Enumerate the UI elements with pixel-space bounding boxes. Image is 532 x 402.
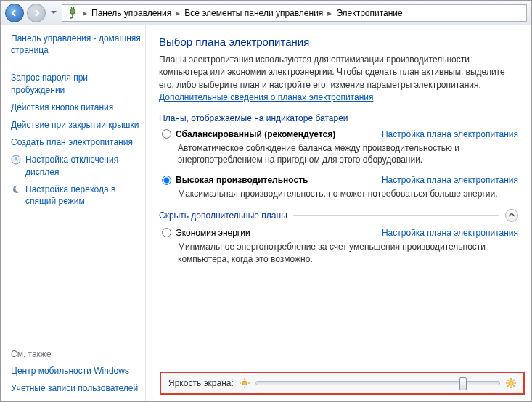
history-dropdown[interactable]	[49, 4, 59, 22]
svg-line-14	[507, 380, 509, 381]
sidebar-sleep-mode[interactable]: Настройка перехода в спящий режим	[25, 184, 144, 207]
plan-balanced-desc: Автоматическое соблюдение баланса между …	[178, 142, 518, 167]
arrow-right-icon	[32, 9, 41, 17]
plan-high-name: Высокая производительность	[176, 175, 308, 185]
breadcrumb-leaf[interactable]: Электропитание	[336, 8, 402, 18]
sidebar-home[interactable]: Панель управления - домашняя страница	[11, 33, 144, 56]
plan-saver-radio-label[interactable]: Экономия энергии	[162, 228, 250, 238]
sidebar-accounts[interactable]: Учетные записи пользователей	[11, 382, 144, 394]
power-plug-icon	[67, 7, 78, 19]
intro-text: Планы электропитания используются для оп…	[159, 54, 518, 104]
svg-point-4	[242, 381, 247, 385]
forward-button[interactable]	[27, 4, 46, 22]
svg-line-16	[507, 385, 509, 387]
sun-dim-icon	[240, 378, 250, 388]
intro-link[interactable]: Дополнительные сведения о планах электро…	[159, 92, 373, 102]
hide-plans-label: Скрыть дополнительные планы	[159, 210, 287, 221]
chevron-up-icon	[509, 213, 515, 217]
sun-bright-icon	[506, 378, 516, 388]
battery-plans-header: Планы, отображаемые на индикаторе батаре…	[159, 113, 518, 123]
plan-saver-desc: Минимальное энергопотребление за счет ум…	[178, 241, 518, 266]
plan-balanced-name: Сбалансированный (рекомендуется)	[176, 129, 335, 139]
moon-icon	[11, 184, 21, 194]
main: Панель управления - домашняя страница За…	[1, 25, 531, 401]
content: Выбор плана электропитания Планы электро…	[146, 25, 531, 401]
collapse-button[interactable]	[505, 209, 518, 222]
brightness-thumb[interactable]	[459, 377, 467, 390]
sidebar: Панель управления - домашняя страница За…	[1, 25, 146, 401]
breadcrumb-mid[interactable]: Все элементы панели управления	[184, 8, 323, 18]
back-button[interactable]	[5, 4, 24, 22]
plan-balanced-radio-label[interactable]: Сбалансированный (рекомендуется)	[162, 129, 335, 139]
brightness-label: Яркость экрана:	[168, 378, 234, 388]
brightness-slider[interactable]	[255, 381, 500, 385]
plan-balanced: Сбалансированный (рекомендуется) Настрой…	[162, 129, 518, 167]
sidebar-power-buttons[interactable]: Действия кнопок питания	[11, 102, 144, 113]
see-also-header: См. также	[11, 349, 144, 359]
sidebar-display-off[interactable]: Настройка отключения дисплея	[25, 154, 144, 177]
svg-point-9	[509, 381, 513, 385]
intro-body: Планы электропитания используются для оп…	[159, 54, 505, 90]
plan-high-performance: Высокая производительность Настройка пла…	[162, 175, 518, 200]
sidebar-mobility[interactable]: Центр мобильности Windows	[11, 365, 144, 377]
divider	[354, 118, 518, 118]
sidebar-create-plan[interactable]: Создать план электропитания	[11, 136, 144, 148]
plan-high-radio-label[interactable]: Высокая производительность	[162, 175, 308, 185]
svg-rect-0	[70, 9, 75, 14]
breadcrumb-root[interactable]: Панель управления	[91, 8, 171, 18]
sidebar-wake-password[interactable]: Запрос пароля при пробуждении	[11, 72, 144, 95]
clock-icon	[11, 155, 21, 165]
address-bar[interactable]: ▸ Панель управления ▸ Все элементы панел…	[62, 4, 527, 22]
battery-plans-label: Планы, отображаемые на индикаторе батаре…	[159, 113, 348, 123]
plan-saver-radio[interactable]	[162, 228, 171, 237]
plan-saver-name: Экономия энергии	[176, 228, 250, 238]
breadcrumb-sep: ▸	[327, 8, 332, 18]
plan-saver-settings-link[interactable]: Настройка плана электропитания	[382, 228, 518, 238]
plan-high-settings-link[interactable]: Настройка плана электропитания	[382, 175, 518, 185]
chevron-down-icon	[51, 11, 57, 15]
sidebar-lid-close[interactable]: Действие при закрытии крышки	[11, 119, 144, 131]
hide-plans-header: Скрыть дополнительные планы	[159, 209, 518, 222]
plan-high-desc: Максимальная производительность, но може…	[178, 188, 518, 200]
plan-saver: Экономия энергии Настройка плана электро…	[162, 228, 518, 266]
svg-line-17	[513, 380, 515, 381]
divider	[293, 215, 499, 216]
arrow-left-icon	[10, 9, 19, 17]
toolbar: ▸ Панель управления ▸ Все элементы панел…	[1, 1, 531, 25]
breadcrumb-sep: ▸	[176, 8, 180, 18]
plan-balanced-settings-link[interactable]: Настройка плана электропитания	[382, 129, 518, 139]
plan-high-radio[interactable]	[162, 176, 171, 185]
brightness-bar: Яркость экрана:	[160, 372, 525, 395]
svg-line-15	[513, 385, 515, 387]
plan-balanced-radio[interactable]	[162, 129, 171, 139]
breadcrumb-sep: ▸	[83, 8, 87, 18]
page-title: Выбор плана электропитания	[159, 36, 518, 48]
